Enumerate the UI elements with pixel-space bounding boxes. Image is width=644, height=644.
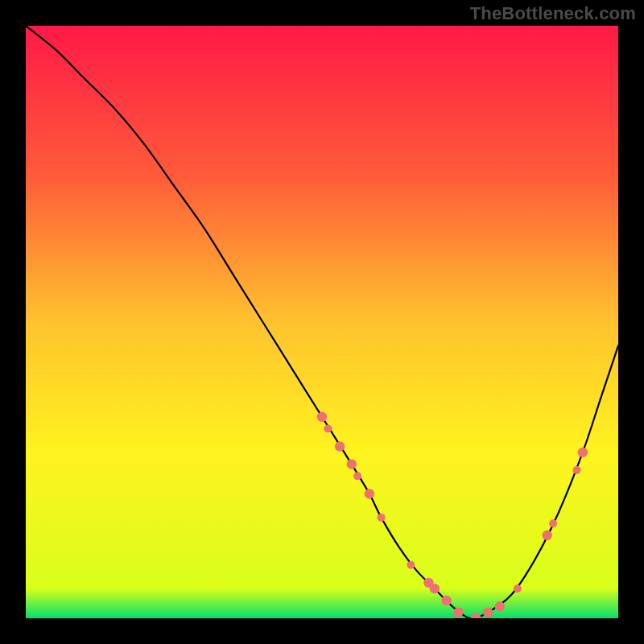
data-marker	[347, 459, 357, 469]
data-marker	[407, 561, 415, 569]
data-marker	[335, 441, 345, 451]
gradient-background	[26, 26, 618, 618]
data-marker	[378, 514, 386, 522]
data-marker	[441, 596, 451, 605]
data-marker	[453, 607, 463, 617]
data-marker	[514, 584, 522, 592]
data-marker	[483, 607, 493, 617]
bottleneck-chart	[26, 26, 618, 618]
chart-frame: TheBottleneck.com	[0, 0, 644, 644]
data-marker	[365, 489, 374, 498]
plot-area	[26, 26, 618, 618]
watermark-text: TheBottleneck.com	[470, 3, 636, 24]
data-marker	[549, 519, 557, 527]
data-marker	[542, 530, 551, 540]
data-marker	[430, 584, 440, 593]
data-marker	[353, 472, 361, 480]
data-marker	[317, 412, 327, 422]
data-marker	[495, 601, 505, 611]
data-marker	[578, 448, 588, 457]
data-marker	[572, 466, 580, 474]
data-marker	[324, 424, 332, 432]
